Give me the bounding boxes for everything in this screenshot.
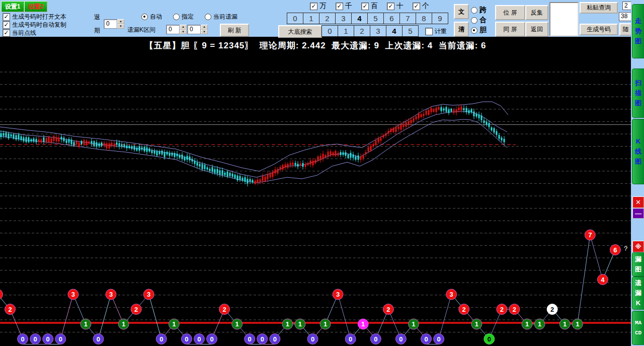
digit-button-1[interactable]: 1: [303, 13, 319, 24]
digit-button-0[interactable]: 0: [287, 13, 303, 24]
radio-dan-circle[interactable]: [471, 27, 477, 34]
digit-button-6[interactable]: 6: [383, 13, 399, 24]
checkbox-auto-copy-box[interactable]: ✓: [3, 21, 10, 29]
text-button[interactable]: 文: [454, 4, 469, 19]
miss-point-value: 0: [59, 335, 62, 343]
radio-auto-circle[interactable]: [141, 14, 148, 20]
miss-point-value: 1: [412, 320, 415, 328]
generate-numbers-button[interactable]: 生成号码: [580, 24, 618, 35]
kline-miss-chart-canvas[interactable]: 3200003103123010002100011013010201003210…: [0, 38, 631, 346]
back-period-value[interactable]: 0: [104, 19, 117, 29]
miss-point-value: 3: [147, 291, 150, 298]
settings1-button[interactable]: 设置1: [1, 1, 24, 12]
radio-span-circle[interactable]: [471, 7, 477, 14]
checkbox-current-line[interactable]: ✓ 当前点线: [3, 29, 36, 37]
tab-char: 图: [635, 100, 641, 107]
digit-button-9[interactable]: 9: [432, 13, 448, 24]
radio-current-miss[interactable]: 当前遗漏: [205, 13, 237, 21]
miss-point-value: 2: [500, 306, 504, 313]
weight-checkbox-box[interactable]: ✓: [336, 3, 343, 10]
return-button[interactable]: 返回: [525, 22, 548, 37]
radio-specified[interactable]: 指定: [173, 13, 194, 21]
miss-k-from-value[interactable]: 0: [166, 25, 180, 34]
radio-current-miss-circle[interactable]: [205, 14, 211, 20]
digit2-button-4[interactable]: 4: [386, 26, 402, 36]
refresh-button[interactable]: 刷 新: [220, 24, 249, 37]
tab-kline-chart[interactable]: K线图: [632, 119, 644, 184]
tab-miss-k-chart[interactable]: 遗漏K: [632, 276, 644, 310]
digit2-button-0[interactable]: 0: [322, 26, 338, 36]
tab-trend-chart[interactable]: 走势图: [632, 4, 644, 58]
radio-sum-circle[interactable]: [471, 17, 477, 24]
digit-button-4[interactable]: 4: [351, 13, 367, 24]
star-icon[interactable]: ※: [632, 241, 644, 252]
minimize-icon[interactable]: —: [632, 208, 644, 219]
radio-sum[interactable]: 合: [471, 16, 487, 25]
position-screen-button[interactable]: 位 屏: [495, 5, 525, 20]
checkbox-auto-copy[interactable]: ✓ 生成号码时自动复制: [3, 21, 66, 29]
digit-button-8[interactable]: 8: [416, 13, 432, 24]
weight-checkbox-box[interactable]: ✓: [310, 3, 317, 10]
miss-k-from-arrows[interactable]: ▲▼: [180, 25, 187, 34]
digit-button-3[interactable]: 3: [335, 13, 351, 24]
miss-point-value: 1: [525, 320, 529, 328]
tab-char: K: [636, 138, 640, 145]
back-period-arrows[interactable]: ▲▼: [117, 19, 124, 29]
settings2-button[interactable]: 设置2: [24, 1, 47, 12]
weight-checkbox-万[interactable]: ✓万: [310, 2, 327, 11]
radio-dan[interactable]: 胆: [471, 26, 487, 35]
radio-specified-circle[interactable]: [173, 14, 180, 20]
result-listbox[interactable]: [549, 2, 579, 36]
checkbox-open-text[interactable]: ✓ 生成号码时打开文本: [3, 13, 66, 21]
weight-checkbox-个[interactable]: ✓个: [413, 2, 429, 11]
tab-scan-chart[interactable]: 扫描图: [632, 68, 644, 118]
miss-k-from-spinner[interactable]: 0 ▲▼: [166, 25, 187, 34]
back-period-spinner[interactable]: 0 ▲▼: [104, 19, 124, 29]
period-count-box[interactable]: 38: [619, 12, 631, 21]
miss-point-value: 1: [84, 320, 88, 328]
miss-point-value: 2: [462, 306, 466, 313]
paste-query-button[interactable]: 粘贴查询: [580, 2, 618, 14]
digit-button-5[interactable]: 5: [367, 13, 383, 24]
digit-button-7[interactable]: 7: [399, 13, 416, 24]
tab-miss-chart[interactable]: 漏图: [632, 252, 644, 276]
radio-auto[interactable]: 自动: [141, 13, 162, 21]
miss-point-value: 2: [134, 306, 138, 313]
miss-point: [0, 289, 3, 300]
anti-set-button[interactable]: 反集: [525, 5, 548, 20]
radio-span[interactable]: 跨: [471, 6, 487, 15]
miss-k-to-spinner[interactable]: 0 ▲▼: [187, 25, 208, 34]
tab-char: 漏: [635, 290, 641, 297]
checkbox-weight-count[interactable]: 计重: [425, 27, 447, 36]
digit-button-2[interactable]: 2: [319, 13, 335, 24]
digit2-button-2[interactable]: 2: [354, 26, 370, 36]
close-icon[interactable]: ✕: [632, 196, 644, 208]
miss-point-value: 0: [311, 335, 314, 343]
weight-checkbox-box[interactable]: ✓: [413, 3, 420, 10]
digit-row-bottom: 012345: [321, 25, 419, 37]
weight-checkbox-十[interactable]: ✓十: [387, 2, 404, 11]
weight-checkbox-百[interactable]: ✓百: [361, 2, 378, 11]
miss-k-to-arrows[interactable]: ▲▼: [201, 25, 208, 34]
weight-checkbox-box[interactable]: ✓: [361, 3, 369, 10]
clear-button[interactable]: 清: [454, 22, 469, 37]
big-search-button[interactable]: 大底搜索: [278, 25, 322, 38]
checkbox-weight-count-box[interactable]: [425, 28, 433, 35]
tab-char: 漏: [635, 256, 641, 263]
miss-point-value: 2: [550, 306, 554, 313]
miss-point-value: 0: [488, 335, 491, 343]
radio-auto-label: 自动: [150, 13, 162, 21]
miss-point-value: 0: [349, 335, 352, 343]
digit2-button-1[interactable]: 1: [338, 26, 354, 36]
same-screen-button[interactable]: 同 屏: [495, 22, 525, 37]
miss-k-to-value[interactable]: 0: [187, 25, 201, 34]
weight-checkbox-千[interactable]: ✓千: [336, 2, 352, 11]
miss-point-value: 0: [399, 335, 403, 343]
checkbox-current-line-box[interactable]: ✓: [3, 29, 10, 37]
weight-checkbox-box[interactable]: ✓: [387, 3, 394, 10]
digit2-button-5[interactable]: 5: [402, 26, 418, 36]
digit2-button-3[interactable]: 3: [370, 26, 386, 36]
tab-macd[interactable]: MACD: [632, 311, 644, 345]
random-button[interactable]: 随: [619, 23, 632, 36]
checkbox-open-text-box[interactable]: ✓: [3, 13, 10, 21]
